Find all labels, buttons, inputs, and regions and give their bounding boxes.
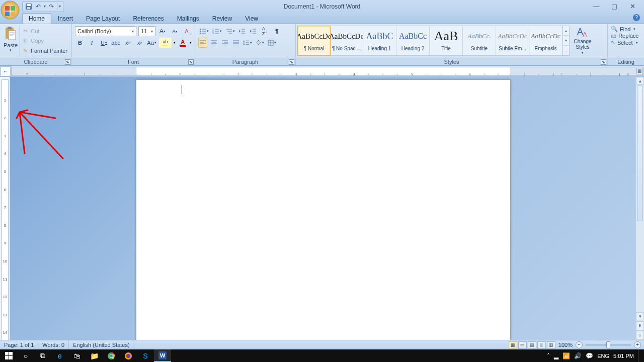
- style-subtitle[interactable]: AaBbCc.Subtitle: [463, 26, 496, 55]
- shading-button[interactable]: ▾: [255, 38, 265, 48]
- chrome-icon[interactable]: [103, 349, 120, 362]
- tab-review[interactable]: Review: [206, 13, 238, 24]
- horizontal-ruler[interactable]: · | · 1 · | · 2 · | · 3 · | · 4 · | · 5 …: [136, 67, 511, 76]
- view-full-screen[interactable]: ▭: [518, 341, 527, 349]
- view-web-layout[interactable]: ▤: [528, 341, 536, 349]
- cut-button[interactable]: ✂Cut: [22, 28, 67, 35]
- view-outline[interactable]: ≣: [537, 341, 546, 349]
- clipboard-launcher[interactable]: ⬊: [65, 59, 70, 65]
- highlight-dropdown[interactable]: ▾: [174, 41, 176, 45]
- maximize-button[interactable]: ▢: [610, 3, 619, 10]
- numbering-button[interactable]: 123▾: [211, 26, 222, 36]
- explorer-icon[interactable]: 📁: [86, 349, 103, 362]
- change-case-button[interactable]: Aa▾: [147, 38, 157, 48]
- gallery-scroll-down[interactable]: ▾: [563, 36, 569, 45]
- shrink-font-button[interactable]: A▾: [170, 26, 180, 36]
- zoom-in[interactable]: +: [634, 341, 641, 348]
- style-emphasis[interactable]: AaBbCcDcEmphasis: [529, 26, 562, 55]
- strikethrough-button[interactable]: abc: [111, 38, 121, 48]
- view-draft[interactable]: ▥: [547, 341, 555, 349]
- status-page[interactable]: Page: 1 of 1: [0, 340, 38, 349]
- bold-button[interactable]: B: [75, 38, 85, 48]
- style-title[interactable]: AaBTitle: [430, 26, 463, 55]
- styles-gallery[interactable]: AaBbCcDc¶ Normal AaBbCcDc¶ No Spaci... A…: [297, 26, 570, 56]
- tab-mailings[interactable]: Mailings: [171, 13, 206, 24]
- scroll-down[interactable]: ▾: [636, 312, 644, 320]
- horizontal-ruler-margin-left[interactable]: · 2 · | · 1 · | ·: [11, 67, 136, 76]
- style-heading-2[interactable]: AaBbCcHeading 2: [396, 26, 430, 55]
- tab-references[interactable]: References: [126, 13, 170, 24]
- skype-icon[interactable]: S: [137, 349, 154, 362]
- tray-volume-icon[interactable]: 🔊: [574, 352, 582, 359]
- font-launcher[interactable]: ⬊: [188, 59, 194, 65]
- horizontal-ruler-margin-right[interactable]: · | · 17 · | · 18 ·: [510, 67, 644, 76]
- paste-button[interactable]: Paste ▾: [2, 25, 20, 57]
- gallery-scroll-up[interactable]: ▴: [563, 26, 569, 36]
- line-spacing-button[interactable]: ▾: [243, 38, 253, 48]
- redo-icon[interactable]: ↷: [47, 3, 55, 11]
- zoom-slider[interactable]: [586, 344, 631, 346]
- align-center-button[interactable]: [209, 38, 218, 48]
- show-desktop[interactable]: [638, 349, 641, 362]
- select-button[interactable]: ↖Select▾: [611, 39, 641, 46]
- style-subtle-emphasis[interactable]: AaBbCcDcSubtle Em...: [496, 26, 529, 55]
- font-color-button[interactable]: A: [178, 38, 188, 48]
- tab-home[interactable]: Home: [22, 13, 51, 24]
- view-print-layout[interactable]: ▦: [509, 341, 517, 349]
- zoom-out[interactable]: −: [576, 341, 583, 348]
- tray-language[interactable]: ENG: [597, 353, 609, 359]
- justify-button[interactable]: [231, 38, 240, 48]
- gallery-more[interactable]: ⎯: [563, 46, 569, 55]
- styles-launcher[interactable]: ⬊: [601, 59, 606, 65]
- minimize-button[interactable]: —: [592, 3, 601, 10]
- replace-button[interactable]: abReplace: [611, 33, 641, 39]
- tab-insert[interactable]: Insert: [51, 13, 79, 24]
- ruler-toggle[interactable]: ▦: [636, 68, 643, 74]
- start-button[interactable]: [0, 349, 17, 362]
- status-language[interactable]: English (United States): [69, 340, 134, 349]
- cortana-button[interactable]: ○: [17, 349, 34, 362]
- save-icon[interactable]: [25, 3, 33, 11]
- scroll-up[interactable]: ▴: [636, 77, 644, 85]
- underline-button[interactable]: U▾: [99, 38, 109, 48]
- tray-wifi-icon[interactable]: 📶: [562, 352, 570, 359]
- document-page[interactable]: [136, 79, 511, 349]
- align-right-button[interactable]: [220, 38, 229, 48]
- vertical-scrollbar[interactable]: ▴ ▾ ⇞ ○ ⇟: [635, 77, 644, 349]
- borders-button[interactable]: ▾: [267, 38, 277, 48]
- close-button[interactable]: ✕: [628, 3, 637, 10]
- style-no-spacing[interactable]: AaBbCcDc¶ No Spaci...: [330, 26, 363, 55]
- store-icon[interactable]: 🛍: [68, 349, 86, 362]
- undo-icon[interactable]: ↶: [34, 3, 42, 11]
- find-button[interactable]: 🔍Find▾: [611, 26, 641, 32]
- grow-font-button[interactable]: A▴: [157, 26, 168, 36]
- status-words[interactable]: Words: 0: [38, 340, 69, 349]
- style-heading-1[interactable]: AaBbCHeading 1: [363, 26, 396, 55]
- subscript-button[interactable]: x2: [123, 38, 133, 48]
- multilevel-list-button[interactable]: ▾: [224, 26, 235, 36]
- firefox-icon[interactable]: [120, 349, 137, 362]
- office-button[interactable]: [0, 0, 20, 20]
- style-normal[interactable]: AaBbCcDc¶ Normal: [297, 26, 331, 56]
- font-size-combo[interactable]: 11▾: [138, 26, 155, 36]
- copy-button[interactable]: ⎘Copy: [22, 37, 67, 44]
- bullets-button[interactable]: ▾: [198, 26, 209, 36]
- qat-customize[interactable]: ▾: [59, 4, 61, 9]
- edge-icon[interactable]: e: [51, 349, 68, 362]
- tray-battery-icon[interactable]: ▂: [554, 352, 558, 359]
- italic-button[interactable]: I: [87, 38, 97, 48]
- browse-object[interactable]: ○: [636, 331, 644, 340]
- font-color-dropdown[interactable]: ▾: [190, 41, 192, 45]
- paragraph-launcher[interactable]: ⬊: [289, 59, 294, 65]
- font-name-combo[interactable]: Calibri (Body)▾: [75, 26, 136, 36]
- task-view-button[interactable]: ⧉: [34, 349, 51, 362]
- tab-view[interactable]: View: [238, 13, 265, 24]
- tray-clock[interactable]: 5:01 PM: [613, 353, 634, 359]
- decrease-indent-button[interactable]: [237, 26, 247, 36]
- tray-chevron[interactable]: ˄: [547, 352, 550, 359]
- superscript-button[interactable]: x2: [135, 38, 145, 48]
- undo-dropdown[interactable]: ▾: [44, 4, 46, 9]
- align-left-button[interactable]: [198, 38, 207, 48]
- increase-indent-button[interactable]: [249, 26, 258, 36]
- tab-selector[interactable]: ⌐: [1, 66, 11, 76]
